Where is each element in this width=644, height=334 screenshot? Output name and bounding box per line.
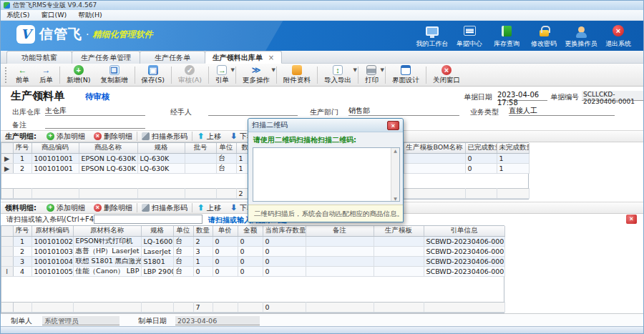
warehouse-field[interactable]: 主仓库 <box>45 106 145 116</box>
save-button[interactable]: ▣保存(S) <box>137 64 170 86</box>
handler-field[interactable] <box>208 106 298 116</box>
table-row[interactable]: 序号原材料编码原材料名称规格单位数量单价金额当前库存数量备注生产模板引单信息 <box>1 226 504 236</box>
table-cell: 3 <box>13 256 31 266</box>
scan-qr-dialog: 扫描二维码 × 请使用二维码扫描枪扫描二维码: ▲▼ 二维码扫描后，系统会自动匹… <box>248 118 404 222</box>
table-cell <box>137 189 185 199</box>
delete-detail-button[interactable]: ×删除明细 <box>89 202 137 213</box>
menu-window[interactable]: 窗口(W) <box>35 11 72 20</box>
table-cell <box>374 246 424 256</box>
dept-field[interactable]: 销售部 <box>348 106 459 116</box>
table-cell: 台 <box>173 266 193 276</box>
qr-input-area[interactable]: ▲▼ <box>253 147 400 202</box>
close-panel-icon[interactable]: × <box>626 215 637 224</box>
table-row[interactable]: 2100101003惠普（HP）LaserJet 1020LaserJet 10… <box>1 246 504 256</box>
biztype-field[interactable]: 直接人工 <box>509 106 615 116</box>
material-table-body[interactable]: 1100101002EPSON针式打印机LQ-1600K台2000SCBWD-2… <box>1 236 504 276</box>
table-cell <box>79 189 137 199</box>
tab-production-task[interactable]: 生产任务单 <box>140 51 205 64</box>
arrow-up-icon: ⬆ <box>197 204 205 212</box>
form-footer: 制单人 系统管理员 制单日期 2023-04-06 <box>1 313 643 328</box>
table-row[interactable]: 3100101004联想 S1801 黑白激光打印机S1801台1000SCBW… <box>1 256 504 266</box>
prev-doc-button[interactable]: ←前单 <box>11 64 34 86</box>
scroll-up-icon[interactable]: ▲ <box>394 148 397 153</box>
table-cell: 联想 S1801 黑白激光打印机 <box>73 256 141 266</box>
table-row[interactable]: 1100101002EPSON针式打印机LQ-1600K台2000SCBWD-2… <box>1 236 504 246</box>
next-doc-button[interactable]: →后单 <box>34 64 58 86</box>
move-up-button[interactable]: ⬆上移 <box>192 202 225 213</box>
tab-nav-window[interactable]: 功能导航窗 <box>6 51 72 64</box>
switch-operator-button[interactable]: 更换操作员 <box>563 23 599 49</box>
table-row[interactable]: I4100101005佳能（Canon） LBP 2900+ 黑白激LBP 29… <box>1 266 504 276</box>
chevron-down-icon[interactable]: ▼ <box>272 67 275 73</box>
plus-icon: + <box>74 65 84 75</box>
more-actions-button[interactable]: ≫更多操作▼ <box>238 64 275 86</box>
dialog-close-icon[interactable]: × <box>387 121 399 130</box>
chevron-down-icon[interactable]: ▼ <box>381 67 384 73</box>
table-cell: LaserJet 1020 <box>141 246 173 256</box>
new-button[interactable]: +新增(N) <box>62 64 96 86</box>
table-cell: SCBWD-20230406-0001 <box>424 266 504 276</box>
status-badge: 待审核 <box>85 92 110 102</box>
scan-barcode-button[interactable]: 扫描条形码 <box>137 202 192 213</box>
attachments-button[interactable]: 附件资料 <box>278 64 316 86</box>
material-table[interactable]: 序号原材料编码原材料名称规格单位数量单价金额当前库存数量备注生产模板引单信息 1… <box>1 225 504 313</box>
toolbar-separator <box>171 67 172 84</box>
table-cell: 金额 <box>238 226 263 236</box>
menu-system[interactable]: 系统(S) <box>1 11 35 20</box>
table-cell: 0 <box>263 256 306 266</box>
table-cell <box>13 303 31 313</box>
copy-new-button[interactable]: ❏复制新增 <box>96 64 133 86</box>
scan-barcode-button[interactable]: 扫描条形码 <box>137 131 192 142</box>
table-cell: SCBWD-20230406-0001 <box>424 236 504 246</box>
book-icon <box>502 23 512 39</box>
document-center-label: 单据中心 <box>457 39 482 49</box>
workbench-button[interactable]: 我的工作台 <box>414 23 450 49</box>
exit-system-button[interactable]: × 退出系统 <box>600 23 636 49</box>
remark-field[interactable] <box>45 119 145 129</box>
change-password-label: 修改密码 <box>531 39 557 49</box>
table-cell: 商品编码 <box>31 143 79 153</box>
dialog-title-bar[interactable]: 扫描二维码 × <box>248 119 403 132</box>
import-export-button[interactable]: ↕导入导出▼ <box>319 64 356 86</box>
tab-task-管理[interactable]: 生产任务单管理 <box>72 51 140 64</box>
table-cell: 2 <box>13 163 31 173</box>
table-cell <box>374 236 424 246</box>
chevron-down-icon[interactable]: ▼ <box>231 67 235 73</box>
table-cell: 0 <box>213 266 238 276</box>
table-cell: 原材料编码 <box>31 226 73 236</box>
table-cell: 0 <box>213 236 238 246</box>
tab-material-outbound[interactable]: 生产领料出库单× <box>205 51 282 64</box>
ui-design-button[interactable]: 界面设计 <box>387 64 424 86</box>
material-table-total: 70 <box>1 302 505 313</box>
material-table-header[interactable]: 序号原材料编码原材料名称规格单位数量单价金额当前库存数量备注生产模板引单信息 <box>1 226 504 236</box>
table-cell <box>1 303 13 313</box>
chevron-down-icon[interactable]: ▼ <box>353 67 357 73</box>
table-cell: ▶ <box>1 153 13 163</box>
tab-close-icon[interactable]: × <box>268 54 274 62</box>
table-cell <box>497 189 529 199</box>
table-cell: SCBWD-20230406-0001 <box>424 256 504 266</box>
menu-help[interactable]: 帮助(H) <box>72 11 108 20</box>
table-row[interactable]: 70 <box>1 303 504 313</box>
add-detail-button[interactable]: +添加明细 <box>42 202 89 213</box>
table-cell: 规格 <box>141 226 173 236</box>
move-up-button[interactable]: ⬆上移 <box>192 131 225 142</box>
table-cell: 0 <box>263 303 306 313</box>
print-button[interactable]: 打印▼ <box>360 64 384 86</box>
table-cell: 台 <box>173 236 193 246</box>
close-window-button[interactable]: ×关闭窗口 <box>428 64 465 86</box>
stock-query-button[interactable]: 库存查询 <box>489 23 525 49</box>
scrollbar[interactable]: ▲▼ <box>391 148 399 201</box>
table-cell: 100101005 <box>31 266 73 276</box>
scroll-down-icon[interactable]: ▼ <box>394 196 397 201</box>
table-cell: LQ-630K <box>137 163 185 173</box>
change-password-button[interactable]: 修改密码 <box>526 23 562 49</box>
stock-query-label: 库存查询 <box>494 39 519 49</box>
add-detail-button[interactable]: +添加明细 <box>42 131 89 142</box>
copy-icon: ❏ <box>109 65 119 75</box>
delete-detail-button[interactable]: ×删除明细 <box>89 131 137 142</box>
document-center-button[interactable]: 单据中心 <box>452 23 487 49</box>
pull-order-button[interactable]: →引单▼ <box>210 64 234 86</box>
doc-date-value[interactable]: 2023-04-06 17:58 <box>497 91 547 101</box>
barcode-input[interactable] <box>94 215 203 224</box>
